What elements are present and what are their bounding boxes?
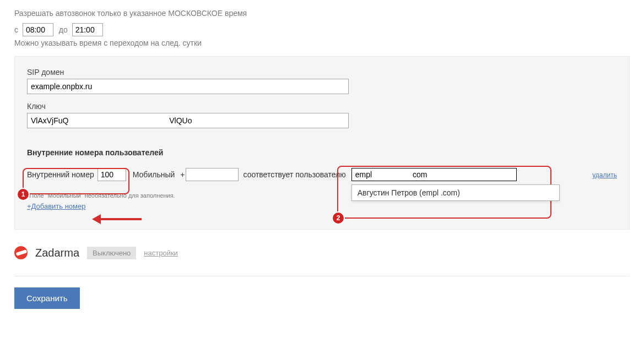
autocall-title: Разрешать автозвонок только в указанное … [14, 9, 630, 18]
status-badge: Выключено [87, 247, 136, 259]
mobile-input[interactable] [186, 168, 239, 181]
extensions-title: Внутренние номера пользователей [27, 148, 617, 157]
save-button[interactable]: Сохранить [14, 287, 80, 309]
ext-number-input[interactable] [98, 168, 126, 181]
delete-link[interactable]: удалить [592, 171, 617, 179]
sip-key-input[interactable] [27, 113, 349, 128]
sip-domain-label: SIP домен [27, 68, 617, 77]
add-number-link[interactable]: +Добавить номер [27, 202, 85, 210]
provider-row: Zadarma Выключено настройки [14, 246, 630, 259]
autocall-time-row: с до [14, 23, 630, 36]
user-dropdown-option[interactable]: Августин Петров (empl .com) [351, 184, 560, 201]
from-label: с [14, 25, 18, 34]
provider-settings-link[interactable]: настройки [144, 249, 178, 257]
sip-key-label: Ключ [27, 102, 617, 111]
sip-domain-input[interactable] [27, 79, 349, 94]
zadarma-logo-icon [14, 246, 28, 259]
annotation-arrow [92, 215, 142, 223]
annotation-badge-1: 1 [18, 189, 29, 200]
mobile-label: Мобильный [133, 170, 175, 179]
ext-number-label: Внутренний номер [27, 170, 94, 179]
sip-config-block: SIP домен Ключ Внутренние номера пользов… [14, 56, 630, 230]
autocall-hint: Можно указывать время с переходом на сле… [14, 39, 630, 47]
mobile-prefix: + [180, 170, 185, 179]
annotation-badge-2: 2 [333, 213, 344, 224]
provider-name: Zadarma [35, 247, 79, 259]
divider [14, 276, 630, 276]
user-search-input[interactable] [351, 168, 517, 181]
match-label: соответствует пользователю [243, 170, 345, 179]
extension-row: Внутренний номер Мобильный + соответству… [27, 168, 617, 181]
time-from-input[interactable] [23, 23, 53, 36]
time-to-input[interactable] [72, 23, 103, 36]
to-label: до [59, 25, 68, 34]
